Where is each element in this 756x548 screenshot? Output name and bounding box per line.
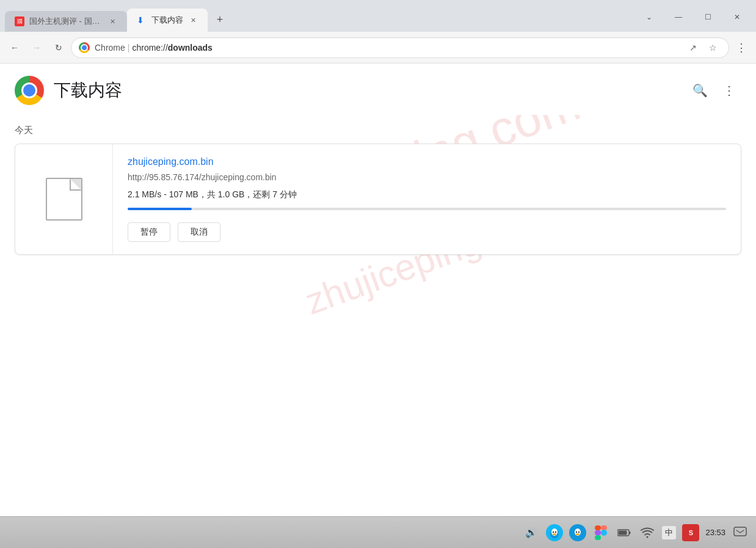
reload-icon: ↻ <box>55 43 62 53</box>
download-details: zhujiceping.com.bin http://95.85.76.174/… <box>113 144 741 254</box>
window-controls: ⌄ — ☐ ✕ <box>635 7 756 32</box>
close-button[interactable]: ✕ <box>723 7 751 27</box>
bookmark-button[interactable]: ☆ <box>704 39 721 56</box>
tab-2-label: 下载内容 <box>151 15 183 26</box>
svg-rect-5 <box>552 537 554 538</box>
downloads-section: 今天 zhujiceping.com.bin http://95.85.76.1… <box>0 115 756 265</box>
tab-1-close[interactable]: ✕ <box>107 16 117 26</box>
address-bar-icons: ↗ ☆ <box>685 39 721 56</box>
tab-2[interactable]: ⬇ 下载内容 ✕ <box>127 9 208 32</box>
svg-rect-13 <box>578 537 580 538</box>
maximize-button[interactable]: ☐ <box>694 7 722 27</box>
address-bar[interactable]: Chrome | chrome://downloads ↗ ☆ <box>71 37 729 58</box>
svg-point-22 <box>647 536 649 538</box>
new-tab-button[interactable]: + <box>210 10 230 29</box>
download-url: http://95.85.76.174/zhujiceping.com.bin <box>128 172 726 182</box>
svg-point-18 <box>601 530 607 536</box>
im-indicator[interactable]: 中 <box>662 526 676 539</box>
wifi-icon[interactable] <box>639 524 656 541</box>
back-button[interactable]: ← <box>5 38 24 57</box>
tab-1[interactable]: 國 国外主机测评 - 国外... ✕ <box>5 11 127 32</box>
svg-rect-12 <box>575 537 577 538</box>
qq-icon-1[interactable] <box>546 524 563 541</box>
address-text: Chrome | chrome://downloads <box>95 43 213 53</box>
tab-1-favicon: 國 <box>15 16 24 26</box>
share-button[interactable]: ↗ <box>685 39 702 56</box>
reload-button[interactable]: ↻ <box>49 38 68 57</box>
svg-point-4 <box>553 533 556 535</box>
tab-2-close[interactable]: ✕ <box>188 15 198 25</box>
pause-button[interactable]: 暂停 <box>128 222 170 242</box>
taskbar: 🔊 <box>0 516 756 548</box>
address-url-path: downloads <box>168 43 213 53</box>
more-icon: ⋮ <box>736 41 747 54</box>
progress-bar-fill <box>128 208 192 210</box>
progress-bar-container <box>128 208 726 210</box>
notification-icon[interactable] <box>732 524 749 541</box>
svg-point-3 <box>555 531 556 532</box>
battery-svg <box>617 528 631 537</box>
qq-icon-2[interactable] <box>569 524 586 541</box>
browser-more-button[interactable]: ⋮ <box>732 38 751 57</box>
search-icon: 🔍 <box>692 83 708 98</box>
svg-rect-14 <box>595 525 601 530</box>
download-actions: 暂停 取消 <box>128 222 726 242</box>
search-button[interactable]: 🔍 <box>688 78 712 103</box>
download-filename[interactable]: zhujiceping.com.bin <box>128 156 726 167</box>
forward-button[interactable]: → <box>27 38 46 57</box>
svg-rect-17 <box>595 535 601 540</box>
page-header: 下载内容 🔍 ⋮ <box>0 64 756 115</box>
chrome-security-icon <box>79 42 90 53</box>
taskbar-right: 🔊 <box>523 524 749 541</box>
maximize-icon: ☐ <box>705 13 711 21</box>
chevron-icon: ⌄ <box>646 13 652 21</box>
forward-icon: → <box>32 43 41 53</box>
minimize-button[interactable]: — <box>664 7 692 27</box>
minimize-icon: — <box>675 13 682 21</box>
svg-point-2 <box>553 531 554 532</box>
page-more-button[interactable]: ⋮ <box>717 78 741 103</box>
address-separator: | <box>128 43 130 53</box>
download-speed: 2.1 MB/s - 107 MB，共 1.0 GB，还剩 7 分钟 <box>128 189 726 200</box>
page-body: zhujiceping.com zhujiceping.com 今天 zhuji… <box>0 115 756 516</box>
volume-icon[interactable]: 🔊 <box>523 524 540 541</box>
battery-icon[interactable] <box>616 524 633 541</box>
figma-icon[interactable] <box>592 524 609 541</box>
bookmark-icon: ☆ <box>709 43 717 53</box>
svg-rect-21 <box>619 530 627 535</box>
qq-2-svg <box>571 526 584 539</box>
cancel-button[interactable]: 取消 <box>178 222 220 242</box>
file-icon <box>46 178 82 221</box>
address-chrome-label: Chrome <box>95 43 125 53</box>
download-icon-area <box>15 144 113 254</box>
page-more-icon: ⋮ <box>723 83 735 98</box>
volume-symbol: 🔊 <box>525 527 537 538</box>
download-card: zhujiceping.com.bin http://95.85.76.174/… <box>15 144 741 255</box>
figma-svg <box>595 525 607 540</box>
svg-point-10 <box>578 531 580 532</box>
svg-rect-23 <box>734 527 746 536</box>
svg-rect-15 <box>601 525 607 530</box>
taskbar-time: 23:53 <box>705 528 725 537</box>
close-icon: ✕ <box>734 13 740 21</box>
svg-rect-20 <box>629 532 631 534</box>
wifi-svg <box>641 527 654 538</box>
back-icon: ← <box>10 43 19 53</box>
sogou-icon[interactable]: S <box>682 524 699 541</box>
page-title: 下载内容 <box>54 79 122 102</box>
address-bar-row: ← → ↻ Chrome | chrome://downloads ↗ ☆ ⋮ <box>0 32 756 64</box>
svg-point-9 <box>576 531 577 532</box>
tab-2-favicon: ⬇ <box>137 15 147 25</box>
chrome-logo <box>15 76 44 105</box>
chevron-button[interactable]: ⌄ <box>635 7 663 27</box>
tab-1-label: 国外主机测评 - 国外... <box>29 16 103 27</box>
svg-rect-6 <box>555 537 557 538</box>
section-label: 今天 <box>15 125 741 136</box>
share-icon: ↗ <box>689 43 697 53</box>
page-header-actions: 🔍 ⋮ <box>688 78 741 103</box>
page-content: 下载内容 🔍 ⋮ zhujiceping.com zhujiceping.com… <box>0 64 756 516</box>
title-bar: 國 国外主机测评 - 国外... ✕ ⬇ 下载内容 ✕ + ⌄ — ☐ ✕ <box>0 0 756 32</box>
svg-rect-16 <box>595 530 601 535</box>
address-url: chrome://downloads <box>132 43 212 53</box>
notification-svg <box>733 527 747 539</box>
